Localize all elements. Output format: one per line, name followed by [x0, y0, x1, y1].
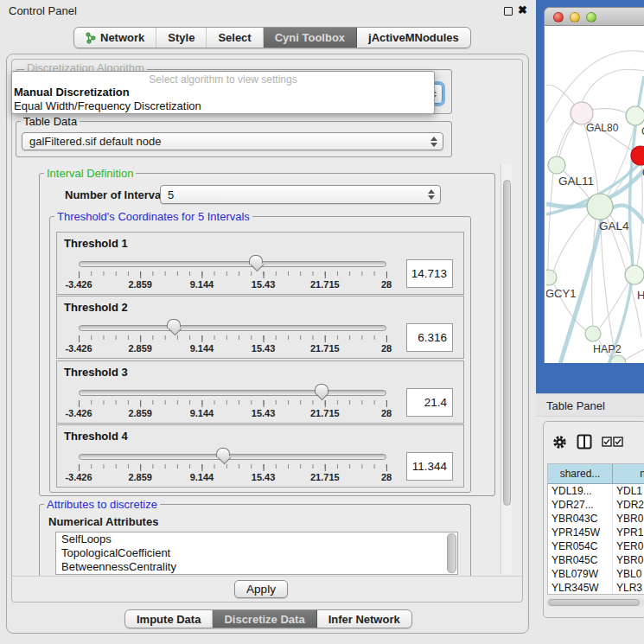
network-window-titlebar[interactable] [545, 8, 644, 26]
threshold-slider[interactable]: -3.4262.8599.14415.4321.71528 [79, 319, 386, 357]
table-data-group-title: Table Data [21, 115, 80, 128]
table-row[interactable]: YBR045CYBR0 [548, 553, 644, 567]
apply-button[interactable]: Apply [234, 580, 288, 598]
threshold-slider[interactable]: -3.4262.8599.14415.4321.71528 [79, 255, 386, 293]
zoom-traffic-light-icon[interactable] [586, 12, 596, 22]
scale-tick-label: 9.144 [190, 408, 214, 418]
table-cell: YBL079W [548, 567, 613, 581]
numerical-attributes-list[interactable]: SelfLoopsTopologicalCoefficientBetweenne… [55, 532, 458, 575]
scale-tick-label: 28 [381, 343, 392, 354]
scrollbar-thumb[interactable] [548, 599, 640, 606]
network-icon [86, 32, 96, 44]
slider-track[interactable] [79, 261, 386, 267]
bottom-tab-infer-network[interactable]: Infer Network [317, 610, 411, 628]
attribute-list-item[interactable]: BetweennessCentrality [56, 560, 457, 574]
network-canvas[interactable]: GAL80GACGAL11GAL4GCY1HHAP2 [546, 26, 644, 363]
table-row[interactable]: YLR345WYLR3 [548, 581, 644, 595]
network-edge [624, 349, 644, 360]
table-row[interactable]: YBR043CYBR0 [548, 512, 644, 526]
split-columns-icon[interactable] [577, 434, 592, 450]
attribute-list-item[interactable]: SelfLoops [56, 532, 457, 546]
table-header-cell[interactable]: shared... [548, 464, 613, 483]
table-row[interactable]: YDR27...YDR2 [548, 498, 644, 512]
float-window-icon[interactable] [504, 7, 513, 16]
threshold-value-input[interactable] [406, 259, 453, 288]
slider-track[interactable] [79, 454, 386, 460]
table-row[interactable]: YBL079WYBL0 [548, 567, 644, 581]
combo-stepper-icon [430, 137, 437, 147]
node-table[interactable]: shared...n YDL19...YDL1YDR27...YDR2YBR04… [547, 463, 644, 595]
slider-major-ticks [79, 400, 387, 407]
network-node-GAL11[interactable] [548, 156, 565, 174]
thresholds-group-title: Threshold's Coordinates for 5 Intervals [54, 210, 252, 223]
combo-stepper-icon [428, 189, 435, 200]
tab-cyni-toolbox[interactable]: Cyni Toolbox [264, 28, 357, 48]
scale-tick-label: 2.859 [128, 343, 152, 354]
scale-tick-label: 9.144 [190, 472, 214, 482]
num-intervals-combo[interactable]: 5 [160, 185, 441, 204]
table-cell: YLR345W [548, 581, 613, 595]
network-node-GAL4[interactable] [587, 194, 613, 220]
slider-major-ticks [79, 271, 387, 278]
slider-scale-labels: -3.4262.8599.14415.4321.71528 [79, 408, 386, 420]
attributes-list-scrollbar[interactable] [447, 533, 456, 573]
table-header-row: shared...n [548, 464, 644, 484]
threshold-row: Threshold 4 -3.4262.8599.14415.4321.7152… [56, 424, 464, 488]
scale-tick-label: 21.715 [310, 408, 340, 418]
table-cell: YBL0 [613, 567, 644, 581]
bottom-tab-discretize-data[interactable]: Discretize Data [213, 610, 316, 628]
numerical-attributes-label: Numerical Attributes [48, 515, 158, 528]
select-columns-checkboxes-icon[interactable] [602, 437, 623, 447]
threshold-value-input[interactable] [406, 323, 453, 352]
network-node-HAP2[interactable] [585, 326, 601, 341]
table-panel-title: Table Panel [546, 399, 605, 412]
attribute-list-item[interactable]: TopologicalCoefficient [56, 546, 457, 560]
tab-jactivemnodules[interactable]: jActiveMNodules [357, 28, 470, 48]
threshold-slider[interactable]: -3.4262.8599.14415.4321.71528 [79, 448, 386, 486]
slider-thumb[interactable] [167, 319, 181, 328]
table-horizontal-scrollbar[interactable] [546, 598, 644, 607]
tab-select[interactable]: Select [207, 28, 263, 48]
scale-tick-label: 15.43 [252, 279, 276, 290]
table-row[interactable]: YDL19...YDL1 [548, 484, 644, 498]
table-cell: YER0 [613, 539, 644, 553]
panel-title: Control Panel [9, 4, 77, 17]
scrollbar-thumb[interactable] [503, 180, 511, 506]
table-row[interactable]: YPR145WYPR1 [548, 526, 644, 539]
slider-scale-labels: -3.4262.8599.14415.4321.71528 [79, 343, 386, 355]
close-icon[interactable]: ✖ [518, 3, 527, 16]
table-panel: shared...n YDL19...YDL1YDR27...YDR2YBR04… [543, 421, 644, 618]
scale-tick-label: 2.859 [128, 408, 152, 418]
slider-thumb[interactable] [216, 448, 230, 457]
table-row[interactable]: YER054CYER0 [548, 539, 644, 553]
slider-track[interactable] [79, 325, 386, 331]
slider-thumb[interactable] [315, 384, 328, 393]
network-node-GCY1[interactable] [546, 270, 557, 285]
network-window: GAL80GACGAL11GAL4GCY1HHAP2 [544, 7, 644, 363]
threshold-slider[interactable]: -3.4262.8599.14415.4321.71528 [79, 384, 386, 422]
threshold-value-input[interactable] [406, 452, 453, 481]
slider-track[interactable] [79, 390, 386, 396]
threshold-value-input[interactable] [406, 388, 453, 417]
popup-hint: Select algorithm to view settings [12, 72, 434, 86]
slider-thumb[interactable] [249, 255, 263, 265]
bottom-tab-impute-data[interactable]: Impute Data [125, 610, 213, 628]
table-data-combo[interactable]: galFiltered.sif default node [22, 132, 443, 150]
table-cell: YDL1 [613, 484, 644, 498]
tab-label: Network [100, 31, 144, 44]
network-edge [592, 220, 596, 326]
main-vertical-scrollbar[interactable] [501, 164, 512, 574]
network-node-H-node[interactable] [625, 265, 644, 284]
popup-option-manual[interactable]: Manual Discretization [12, 86, 434, 99]
gear-icon[interactable] [552, 435, 567, 450]
slider-major-ticks [79, 335, 387, 342]
num-intervals-value: 5 [168, 188, 174, 201]
tab-network[interactable]: Network [74, 28, 156, 48]
popup-option-equal-width[interactable]: Equal Width/Frequency Discretization [12, 99, 434, 113]
table-header-cell[interactable]: n [613, 464, 644, 483]
minimize-traffic-light-icon[interactable] [570, 12, 580, 22]
threshold-label: Threshold 3 [64, 366, 128, 379]
close-traffic-light-icon[interactable] [553, 12, 564, 22]
tab-style[interactable]: Style [156, 28, 207, 48]
network-node-node-clipped-top-right[interactable] [626, 106, 644, 125]
